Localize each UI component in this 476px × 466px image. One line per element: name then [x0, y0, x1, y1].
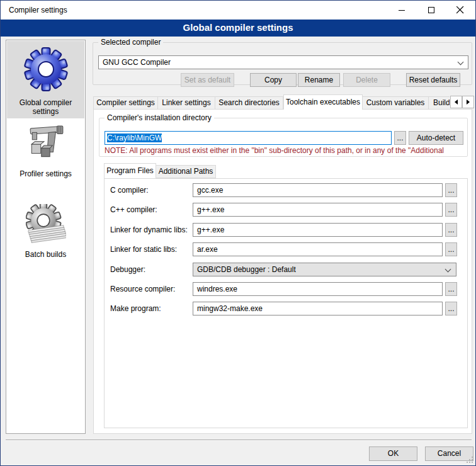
installation-note-text: NOTE: All programs must exist either in …: [105, 146, 468, 155]
make-program-value: mingw32-make.exe: [197, 304, 263, 313]
make-program-input[interactable]: mingw32-make.exe: [193, 302, 443, 315]
sidebar-item-label: Batch builds: [7, 250, 84, 259]
tab-toolchain-executables[interactable]: Toolchain executables: [283, 94, 363, 110]
program-files-page: C compiler: gcc.exe ... C++ compiler: g+…: [104, 178, 468, 428]
dynamic-linker-browse-button[interactable]: ...: [445, 223, 457, 237]
title-bar: Compiler settings: [1, 1, 475, 20]
debugger-select-value: GDB/CDB debugger : Default: [197, 265, 296, 274]
delete-button[interactable]: Delete: [343, 73, 390, 87]
page-title: Global compiler settings: [1, 20, 475, 36]
cpp-compiler-input[interactable]: g++.exe: [193, 203, 443, 217]
installation-directory-input[interactable]: C:\raylib\MinGW: [105, 131, 392, 145]
blue-gear-icon: [23, 46, 69, 93]
close-icon: [456, 6, 464, 14]
tab-search-directories[interactable]: Search directories: [215, 96, 283, 110]
cpp-compiler-label: C++ compiler:: [110, 203, 157, 217]
resource-compiler-label: Resource compiler:: [110, 282, 175, 296]
installation-directory-selected-text: C:\raylib\MinGW: [107, 134, 162, 142]
tab-compiler-settings[interactable]: Compiler settings: [93, 96, 158, 110]
make-program-label: Make program:: [110, 302, 161, 315]
settings-category-list: Global compiler settings Profiler settin…: [6, 40, 86, 434]
sidebar-item-profiler-settings[interactable]: Profiler settings: [7, 121, 84, 189]
debugger-select[interactable]: GDB/CDB debugger : Default: [193, 263, 456, 276]
chevron-down-icon: [458, 59, 464, 65]
installation-directory-group: Compiler's installation directory C:\ray…: [99, 118, 468, 157]
footer-separator: [6, 440, 472, 441]
static-linker-browse-button[interactable]: ...: [445, 242, 457, 256]
installation-directory-group-label: Compiler's installation directory: [105, 113, 214, 122]
chevron-down-icon: [445, 266, 451, 273]
compiler-select-value: GNU GCC Compiler: [103, 58, 171, 67]
selected-compiler-group: Selected compiler GNU GCC Compiler Set a…: [93, 42, 472, 85]
tab-build-options[interactable]: Build: [429, 96, 450, 110]
window-title: Compiler settings: [9, 1, 67, 20]
dynamic-linker-label: Linker for dynamic libs:: [110, 223, 188, 237]
sidebar-item-batch-builds[interactable]: Batch builds: [7, 199, 84, 267]
maximize-button[interactable]: [417, 1, 446, 20]
static-linker-label: Linker for static libs:: [110, 242, 177, 256]
close-button[interactable]: [446, 1, 475, 20]
rename-button[interactable]: Rename: [298, 73, 340, 87]
tab-program-files[interactable]: Program Files: [104, 163, 156, 178]
browse-installation-directory-button[interactable]: ...: [394, 131, 406, 145]
dynamic-linker-input[interactable]: g++.exe: [193, 223, 443, 237]
program-files-tab-bar: Program Files Additional Paths: [104, 163, 216, 178]
reset-defaults-button[interactable]: Reset defaults: [406, 73, 460, 87]
dynamic-linker-value: g++.exe: [197, 225, 224, 234]
compiler-select[interactable]: GNU GCC Compiler: [98, 55, 468, 69]
resize-grip[interactable]: [467, 457, 473, 463]
copy-button[interactable]: Copy: [250, 73, 297, 87]
toolchain-executables-page: Compiler's installation directory C:\ray…: [93, 109, 472, 434]
cpp-compiler-browse-button[interactable]: ...: [445, 203, 457, 217]
tab-scroll-right-button[interactable]: [462, 96, 474, 108]
resource-compiler-value: windres.exe: [197, 285, 237, 293]
sidebar-item-global-compiler-settings[interactable]: Global compiler settings: [7, 41, 84, 118]
resource-compiler-input[interactable]: windres.exe: [193, 282, 443, 296]
tab-linker-settings[interactable]: Linker settings: [158, 96, 215, 110]
sidebar-item-label: Global compiler settings: [7, 98, 84, 116]
selected-compiler-group-label: Selected compiler: [98, 38, 163, 47]
tab-scroll-left-icon: [455, 99, 458, 105]
caliper-icon: [26, 125, 65, 164]
c-compiler-input[interactable]: gcc.exe: [193, 183, 443, 197]
minimize-button[interactable]: [387, 1, 416, 20]
cpp-compiler-value: g++.exe: [197, 205, 224, 214]
tab-scroll-right-icon: [467, 99, 470, 105]
compiler-settings-dialog: Compiler settings Global compiler settin…: [0, 0, 476, 466]
resource-compiler-browse-button[interactable]: ...: [445, 282, 457, 296]
static-linker-value: ar.exe: [197, 245, 218, 254]
settings-tab-bar: Compiler settings Linker settings Search…: [93, 94, 450, 110]
c-compiler-label: C compiler:: [110, 183, 149, 197]
minimize-icon: [399, 7, 405, 14]
c-compiler-browse-button[interactable]: ...: [445, 183, 457, 197]
sidebar-item-label: Profiler settings: [7, 169, 84, 178]
debugger-label: Debugger:: [110, 263, 145, 276]
make-program-browse-button[interactable]: ...: [445, 302, 457, 315]
grey-gear-papers-icon: [26, 204, 66, 244]
static-linker-input[interactable]: ar.exe: [193, 242, 443, 256]
set-as-default-button[interactable]: Set as default: [181, 73, 234, 87]
page-header: Global compiler settings: [1, 20, 475, 37]
auto-detect-button[interactable]: Auto-detect: [409, 131, 463, 145]
maximize-icon: [428, 7, 435, 14]
tab-additional-paths[interactable]: Additional Paths: [156, 165, 216, 178]
tab-custom-variables[interactable]: Custom variables: [363, 96, 429, 110]
c-compiler-value: gcc.exe: [197, 186, 223, 195]
tab-scroll-left-button[interactable]: [450, 96, 462, 108]
ok-button[interactable]: OK: [369, 446, 417, 461]
